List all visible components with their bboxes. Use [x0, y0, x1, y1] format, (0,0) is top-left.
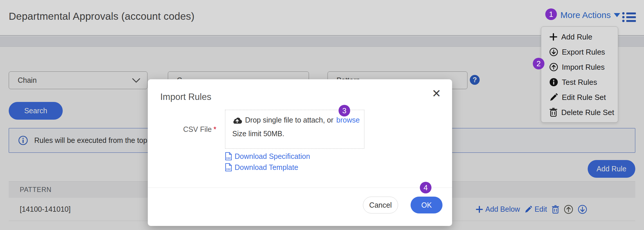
- download-specification-link[interactable]: csv Download Specification: [225, 152, 310, 161]
- download-links: csv Download Specification csv Download …: [225, 152, 310, 172]
- ok-button[interactable]: OK: [411, 197, 442, 213]
- step-badge-4: 4: [420, 182, 431, 193]
- drop-prompt-text: Drop single file to attach, or: [245, 116, 333, 124]
- import-rules-modal: Import Rules ✕ CSV File* Drop single fil…: [148, 79, 452, 226]
- download-template-label: Download Template: [235, 163, 298, 172]
- csv-file-label-text: CSV File: [183, 125, 212, 133]
- csv-file-icon: csv: [225, 152, 232, 161]
- required-marker: *: [213, 125, 216, 133]
- download-specification-label: Download Specification: [235, 152, 310, 161]
- step-badge-2: 2: [533, 58, 544, 69]
- ok-button-label: OK: [421, 201, 432, 209]
- app-canvas: Departmental Approvals (account codes) M…: [0, 0, 644, 230]
- modal-title: Import Rules: [160, 92, 211, 102]
- browse-link[interactable]: browse: [336, 116, 360, 124]
- step-badge-1: 1: [545, 8, 557, 20]
- svg-text:csv: csv: [226, 157, 231, 159]
- step-badge-3: 3: [339, 105, 350, 116]
- download-template-link[interactable]: csv Download Template: [225, 163, 310, 172]
- cancel-button-label: Cancel: [369, 201, 392, 209]
- close-icon[interactable]: ✕: [432, 88, 441, 99]
- svg-text:csv: csv: [226, 168, 231, 170]
- csv-file-label: CSV File*: [165, 125, 216, 134]
- cancel-button[interactable]: Cancel: [363, 197, 398, 213]
- size-limit-text: Size limit 50MB.: [232, 130, 364, 138]
- modal-footer-divider: [148, 188, 452, 188]
- csv-file-icon: csv: [225, 163, 232, 172]
- cloud-upload-icon: [232, 117, 242, 124]
